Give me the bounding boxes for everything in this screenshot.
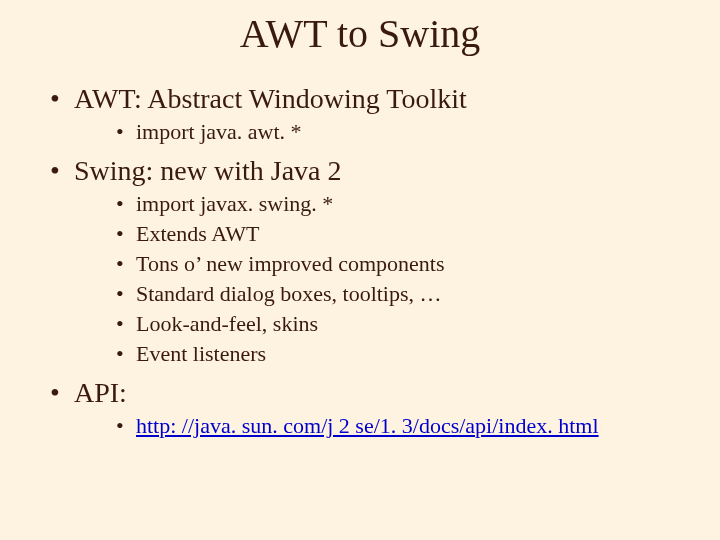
list-item-label: Standard dialog boxes, tooltips, … [136,281,442,307]
list-item: • import java. awt. * [116,119,700,145]
list-item: • Look-and-feel, skins [116,311,700,337]
bullet-dot-icon: • [116,221,136,247]
bullet-api-label: API: [74,377,127,409]
api-link[interactable]: http: //java. sun. com/j 2 se/1. 3/docs/… [136,413,599,439]
swing-subitems: • import javax. swing. * • Extends AWT •… [20,191,700,367]
slide-title: AWT to Swing [20,10,700,57]
bullet-awt-label: AWT: Abstract Windowing Toolkit [74,83,467,115]
bullet-api: • API: [50,377,700,409]
bullet-awt: • AWT: Abstract Windowing Toolkit [50,83,700,115]
bullet-dot-icon: • [50,377,74,409]
bullet-swing: • Swing: new with Java 2 [50,155,700,187]
slide: AWT to Swing • AWT: Abstract Windowing T… [0,0,720,540]
list-item-label: Look-and-feel, skins [136,311,318,337]
list-item-label: Event listeners [136,341,266,367]
bullet-dot-icon: • [116,413,136,439]
bullet-dot-icon: • [50,83,74,115]
bullet-dot-icon: • [116,191,136,217]
bullet-dot-icon: • [116,341,136,367]
bullet-dot-icon: • [116,251,136,277]
api-subitems: • http: //java. sun. com/j 2 se/1. 3/doc… [20,413,700,439]
list-item: • Extends AWT [116,221,700,247]
bullet-dot-icon: • [116,119,136,145]
bullet-dot-icon: • [50,155,74,187]
list-item: • Event listeners [116,341,700,367]
list-item: • Standard dialog boxes, tooltips, … [116,281,700,307]
list-item: • Tons o’ new improved components [116,251,700,277]
list-item-label: import java. awt. * [136,119,302,145]
bullet-dot-icon: • [116,281,136,307]
list-item-label: Tons o’ new improved components [136,251,444,277]
bullet-swing-label: Swing: new with Java 2 [74,155,342,187]
list-item: • http: //java. sun. com/j 2 se/1. 3/doc… [116,413,700,439]
list-item-label: Extends AWT [136,221,260,247]
list-item: • import javax. swing. * [116,191,700,217]
bullet-dot-icon: • [116,311,136,337]
list-item-label: import javax. swing. * [136,191,333,217]
awt-subitems: • import java. awt. * [20,119,700,145]
